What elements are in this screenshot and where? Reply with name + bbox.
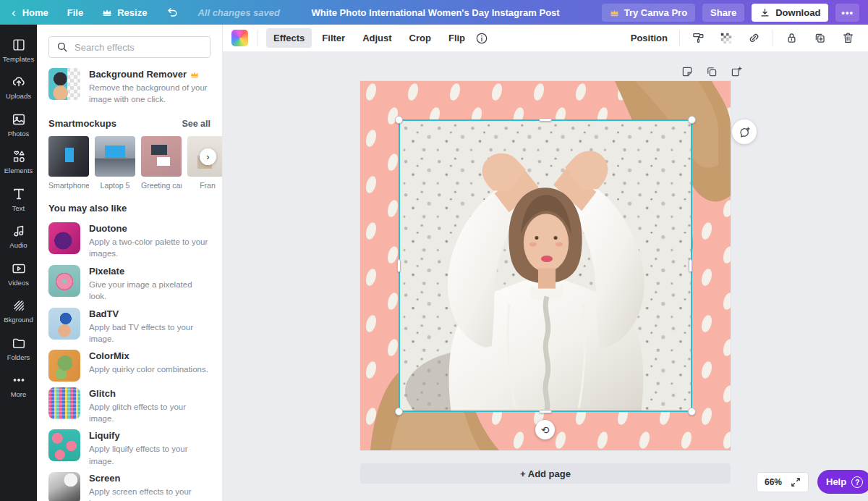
sidebar-label: Templates bbox=[3, 55, 34, 63]
sidebar-label: Audio bbox=[9, 241, 27, 249]
file-menu-button[interactable]: File bbox=[67, 7, 83, 18]
effect-desc: Apply a two-color palette to your images… bbox=[89, 236, 210, 259]
resize-handle-bottom-right[interactable] bbox=[688, 408, 696, 416]
resize-handle-top-right[interactable] bbox=[688, 116, 696, 124]
effect-item-liquify[interactable]: Liquify Apply liquify effects to your im… bbox=[48, 429, 210, 466]
effect-item-duotone[interactable]: Duotone Apply a two-color palette to you… bbox=[48, 222, 210, 259]
effects-panel: Background Remover Remove the background… bbox=[37, 25, 223, 501]
effects-list: Duotone Apply a two-color palette to you… bbox=[48, 222, 210, 501]
download-icon bbox=[760, 7, 770, 18]
tab-adjust[interactable]: Adjust bbox=[355, 28, 399, 48]
sidebar-item-uploads[interactable]: Uploads bbox=[0, 69, 37, 106]
effect-thumbnail bbox=[48, 350, 80, 382]
tab-filter[interactable]: Filter bbox=[315, 28, 352, 48]
effect-desc: Apply liquify effects to your image. bbox=[89, 443, 210, 466]
effect-item-badtv[interactable]: BadTV Apply bad TV effects to your image… bbox=[48, 308, 210, 345]
sidebar-label: More bbox=[11, 390, 27, 398]
transparency-icon[interactable] bbox=[717, 29, 736, 48]
resize-handle-right[interactable] bbox=[689, 259, 692, 272]
zoom-control: 66% bbox=[757, 472, 809, 492]
sidebar-label: Elements bbox=[4, 167, 33, 174]
effect-thumbnail bbox=[48, 222, 80, 254]
sidebar-item-more[interactable]: More bbox=[0, 367, 37, 405]
add-page-button[interactable]: + Add page bbox=[360, 463, 731, 484]
tab-effects[interactable]: Effects bbox=[266, 28, 312, 48]
info-icon[interactable] bbox=[472, 29, 491, 48]
sidebar-item-templates[interactable]: Templates bbox=[0, 31, 37, 69]
zoom-level[interactable]: 66% bbox=[765, 477, 782, 487]
comment-icon bbox=[738, 125, 752, 139]
copy-style-roller-icon[interactable] bbox=[689, 28, 708, 48]
mockup-thumbnail bbox=[141, 136, 182, 177]
suggestions-header: You may also like bbox=[48, 203, 127, 214]
effect-title: ColorMix bbox=[89, 350, 208, 361]
home-button[interactable]: ‹ Home bbox=[12, 7, 48, 19]
crown-pro-icon bbox=[610, 9, 619, 17]
link-icon[interactable] bbox=[744, 28, 764, 48]
tab-crop[interactable]: Crop bbox=[402, 28, 438, 48]
resize-handle-top-left[interactable] bbox=[395, 116, 403, 124]
photo-element[interactable] bbox=[400, 121, 691, 411]
try-canva-pro-button[interactable]: Try Canva Pro bbox=[602, 4, 695, 22]
sidebar-item-background[interactable]: Bkground bbox=[0, 292, 37, 330]
resize-handle-bottom[interactable] bbox=[539, 410, 552, 413]
design-title[interactable]: White Photo International Women's Day In… bbox=[312, 7, 560, 18]
rotate-icon: ⟲ bbox=[541, 424, 550, 436]
share-button[interactable]: Share bbox=[702, 4, 744, 22]
delete-icon[interactable] bbox=[838, 28, 858, 48]
context-toolbar: Effects Filter Adjust Crop Flip Position bbox=[223, 25, 868, 52]
add-comment-button[interactable] bbox=[732, 119, 757, 144]
undo-button[interactable] bbox=[166, 6, 179, 19]
fullscreen-icon[interactable] bbox=[791, 477, 801, 487]
effect-title: Glitch bbox=[89, 388, 210, 399]
effect-thumbnail bbox=[48, 429, 80, 461]
more-options-button[interactable]: ••• bbox=[835, 4, 859, 22]
effect-title: Liquify bbox=[89, 430, 210, 441]
sidebar-label: Photos bbox=[8, 130, 30, 138]
mockup-thumbnail bbox=[48, 136, 89, 177]
try-pro-label: Try Canva Pro bbox=[624, 7, 687, 18]
background-remover-item[interactable]: Background Remover Remove the background… bbox=[48, 68, 210, 105]
undo-icon bbox=[166, 6, 179, 19]
effect-item-screen[interactable]: Screen Apply screen effects to your imag… bbox=[48, 472, 210, 501]
sidebar-item-folders[interactable]: Folders bbox=[0, 329, 37, 367]
effect-desc: Apply glitch effects to your image. bbox=[89, 401, 210, 424]
mockup-greeting-card[interactable]: Greeting car... bbox=[141, 136, 182, 190]
notes-icon[interactable] bbox=[679, 64, 695, 80]
smartmockups-header-row: Smartmockups See all bbox=[48, 118, 210, 129]
lock-icon[interactable] bbox=[782, 28, 801, 48]
position-button[interactable]: Position bbox=[631, 33, 668, 43]
see-all-link[interactable]: See all bbox=[182, 119, 210, 129]
effect-desc: Give your image a pixelated look. bbox=[89, 279, 210, 302]
download-button[interactable]: Download bbox=[752, 4, 828, 22]
help-button[interactable]: Help ? bbox=[817, 470, 868, 494]
background-remover-text: Background Remover Remove the background… bbox=[89, 68, 210, 105]
search-input[interactable] bbox=[75, 42, 203, 53]
sidebar-item-elements[interactable]: Elements bbox=[0, 143, 37, 181]
resize-handle-left[interactable] bbox=[397, 259, 401, 272]
mockup-smartphone[interactable]: Smartphone 2 bbox=[48, 136, 89, 190]
add-page-icon[interactable] bbox=[728, 64, 744, 80]
design-page[interactable]: ⟲ bbox=[360, 81, 731, 450]
tab-flip[interactable]: Flip bbox=[441, 28, 472, 48]
color-swatch-button[interactable] bbox=[231, 30, 248, 46]
effect-desc: Apply screen effects to your image. bbox=[89, 486, 210, 501]
effect-title: Duotone bbox=[89, 223, 210, 234]
effect-item-glitch[interactable]: Glitch Apply glitch effects to your imag… bbox=[48, 387, 210, 424]
sidebar-item-photos[interactable]: Photos bbox=[0, 106, 37, 143]
duplicate-page-icon[interactable] bbox=[704, 64, 720, 80]
sidebar-item-audio[interactable]: Audio bbox=[0, 218, 37, 256]
duplicate-icon[interactable] bbox=[810, 28, 830, 48]
autosave-status: All changes saved bbox=[197, 7, 279, 18]
toolbar-divider bbox=[773, 30, 773, 46]
resize-handle-top[interactable] bbox=[539, 118, 552, 122]
effect-item-pixelate[interactable]: Pixelate Give your image a pixelated loo… bbox=[48, 265, 210, 302]
sidebar-item-text[interactable]: Text bbox=[0, 180, 37, 218]
resize-handle-bottom-left[interactable] bbox=[395, 408, 403, 416]
mockup-laptop[interactable]: Laptop 5 bbox=[95, 136, 135, 190]
sidebar-item-videos[interactable]: Videos bbox=[0, 255, 37, 292]
toolbar-icon-group bbox=[689, 28, 764, 48]
rotate-handle[interactable]: ⟲ bbox=[535, 420, 555, 439]
resize-button[interactable]: Resize bbox=[102, 7, 147, 18]
effect-item-colormix[interactable]: ColorMix Apply quirky color combinations… bbox=[48, 350, 210, 382]
